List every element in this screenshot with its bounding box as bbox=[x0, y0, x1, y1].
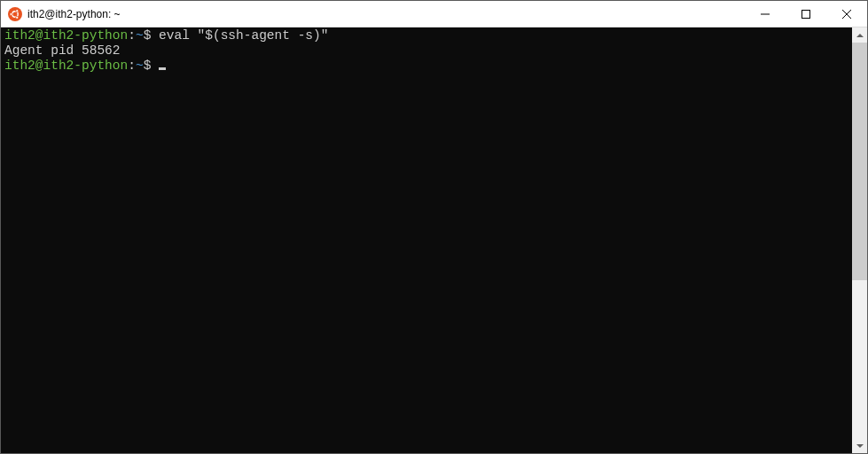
window-controls bbox=[745, 1, 867, 27]
svg-point-3 bbox=[16, 9, 19, 12]
scroll-thumb[interactable] bbox=[852, 43, 867, 280]
prompt-user-host: ith2@ith2-python bbox=[4, 28, 128, 43]
window-title: ith2@ith2-python: ~ bbox=[27, 8, 745, 20]
svg-rect-6 bbox=[802, 10, 810, 18]
titlebar[interactable]: ith2@ith2-python: ~ bbox=[1, 1, 867, 27]
scroll-track[interactable] bbox=[852, 43, 867, 438]
terminal-window: ith2@ith2-python: ~ ith2@ith2-python:~$ … bbox=[0, 0, 868, 454]
prompt-colon: : bbox=[128, 28, 136, 43]
svg-point-2 bbox=[10, 12, 12, 15]
svg-point-4 bbox=[16, 16, 19, 19]
output-line: Agent pid 58562 bbox=[4, 43, 121, 58]
scroll-down-button[interactable] bbox=[852, 438, 867, 453]
prompt-user-host: ith2@ith2-python bbox=[4, 59, 128, 73]
chevron-up-icon bbox=[856, 34, 864, 37]
minimize-button[interactable] bbox=[745, 1, 786, 27]
cursor bbox=[159, 67, 166, 70]
chevron-down-icon bbox=[856, 444, 864, 448]
scroll-up-button[interactable] bbox=[852, 27, 867, 43]
prompt-path: ~ bbox=[136, 28, 144, 43]
terminal-viewport[interactable]: ith2@ith2-python:~$ eval "$(ssh-agent -s… bbox=[1, 27, 852, 453]
prompt-dollar: $ bbox=[144, 28, 159, 43]
window-body: ith2@ith2-python:~$ eval "$(ssh-agent -s… bbox=[1, 27, 867, 453]
command-text: eval "$(ssh-agent -s)" bbox=[159, 28, 328, 43]
prompt-path: ~ bbox=[136, 59, 144, 73]
prompt-dollar: $ bbox=[144, 59, 159, 73]
ubuntu-icon bbox=[8, 7, 22, 21]
maximize-button[interactable] bbox=[786, 1, 826, 27]
prompt-colon: : bbox=[128, 59, 136, 73]
close-button[interactable] bbox=[826, 1, 867, 27]
vertical-scrollbar[interactable] bbox=[852, 27, 867, 453]
